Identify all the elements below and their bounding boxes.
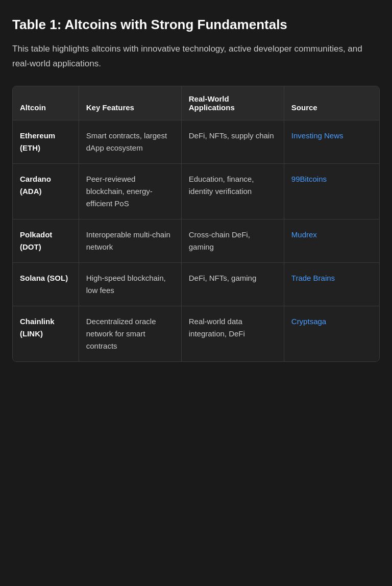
cell-key-features: Smart contracts, largest dApp ecosystem <box>79 120 181 163</box>
table-row: Polkadot (DOT)Interoperable multi-chain … <box>13 219 379 262</box>
altcoin-name: Cardano (ADA) <box>20 175 51 196</box>
cell-source: Investing News <box>284 120 379 163</box>
header-key-features: Key Features <box>79 86 181 120</box>
source-link[interactable]: 99Bitcoins <box>291 175 327 183</box>
altcoins-table: Altcoin Key Features Real-World Applicat… <box>13 86 379 361</box>
cell-applications: Real-world data integration, DeFi <box>181 306 284 361</box>
table-row: Ethereum (ETH)Smart contracts, largest d… <box>13 120 379 163</box>
cell-altcoin: Solana (SOL) <box>13 262 79 306</box>
cell-source: Mudrex <box>284 219 379 262</box>
altcoin-name: Ethereum (ETH) <box>20 131 55 152</box>
altcoin-name: Chainlink (LINK) <box>20 317 55 338</box>
source-link[interactable]: Mudrex <box>291 230 317 239</box>
cell-source: 99Bitcoins <box>284 163 379 219</box>
cell-applications: DeFi, NFTs, gaming <box>181 262 284 306</box>
source-link[interactable]: Cryptsaga <box>291 317 326 326</box>
table-row: Chainlink (LINK)Decentralized oracle net… <box>13 306 379 361</box>
cell-altcoin: Chainlink (LINK) <box>13 306 79 361</box>
page-title: Table 1: Altcoins with Strong Fundamenta… <box>12 16 380 34</box>
table-header-row: Altcoin Key Features Real-World Applicat… <box>13 86 379 120</box>
cell-applications: DeFi, NFTs, supply chain <box>181 120 284 163</box>
cell-source: Cryptsaga <box>284 306 379 361</box>
source-link[interactable]: Trade Brains <box>291 274 335 282</box>
page-description: This table highlights altcoins with inno… <box>12 42 380 71</box>
cell-altcoin: Ethereum (ETH) <box>13 120 79 163</box>
cell-source: Trade Brains <box>284 262 379 306</box>
source-link[interactable]: Investing News <box>291 131 344 140</box>
cell-key-features: Decentralized oracle network for smart c… <box>79 306 181 361</box>
cell-key-features: Peer-reviewed blockchain, energy-efficie… <box>79 163 181 219</box>
altcoins-table-wrapper: Altcoin Key Features Real-World Applicat… <box>12 86 380 362</box>
table-row: Cardano (ADA)Peer-reviewed blockchain, e… <box>13 163 379 219</box>
header-real-world-applications: Real-World Applications <box>181 86 284 120</box>
cell-altcoin: Polkadot (DOT) <box>13 219 79 262</box>
altcoin-name: Polkadot (DOT) <box>20 230 52 251</box>
table-row: Solana (SOL)High-speed blockchain, low f… <box>13 262 379 306</box>
cell-altcoin: Cardano (ADA) <box>13 163 79 219</box>
cell-key-features: Interoperable multi-chain network <box>79 219 181 262</box>
cell-key-features: High-speed blockchain, low fees <box>79 262 181 306</box>
altcoin-name: Solana (SOL) <box>20 274 68 282</box>
cell-applications: Education, finance, identity verificatio… <box>181 163 284 219</box>
cell-applications: Cross-chain DeFi, gaming <box>181 219 284 262</box>
header-source: Source <box>284 86 379 120</box>
header-altcoin: Altcoin <box>13 86 79 120</box>
